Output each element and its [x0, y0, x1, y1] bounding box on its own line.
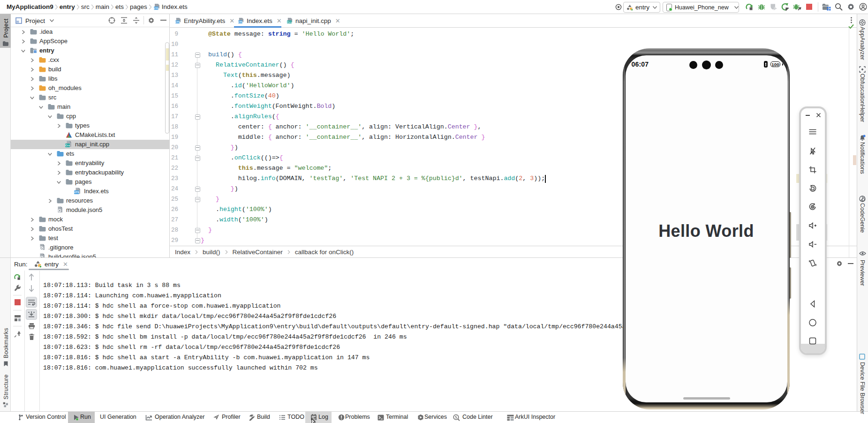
svg-text:ETS: ETS	[175, 21, 181, 23]
svg-text:ETS: ETS	[153, 7, 159, 10]
svg-text:ETS: ETS	[238, 21, 243, 23]
svg-text:C++: C++	[287, 21, 292, 23]
